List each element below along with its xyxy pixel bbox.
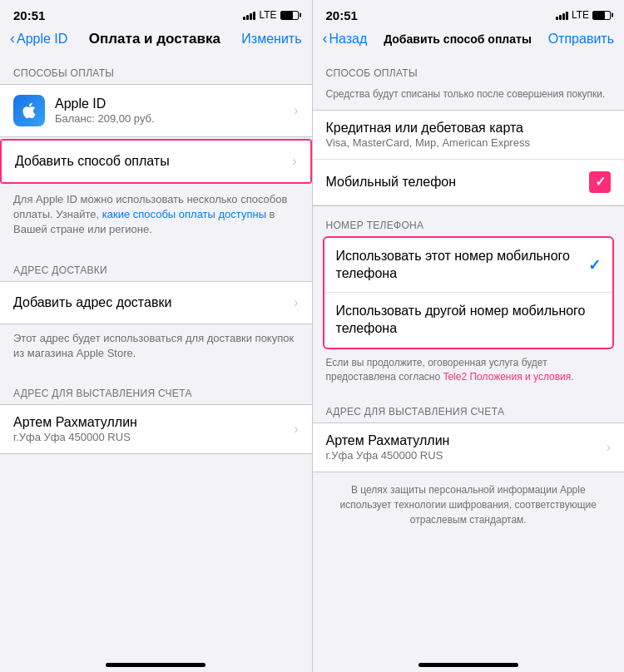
phone-option-2[interactable]: Использовать другой номер мобильного тел…	[324, 293, 613, 348]
nav-action-left[interactable]: Изменить	[241, 32, 301, 47]
status-bar-right: 20:51 LTE	[313, 0, 625, 27]
apple-logo	[20, 101, 38, 120]
delivery-section-header: АДРЕС ДОСТАВКИ	[0, 251, 312, 281]
credit-card-subtitle: Visa, MasterCard, Мир, American Express	[326, 136, 612, 149]
apple-id-icon	[13, 95, 45, 126]
status-bar-left: 20:51 LTE	[0, 0, 312, 27]
signal-label-left: LTE	[259, 9, 276, 21]
billing-section-header-left: АДРЕС ДЛЯ ВЫСТАВЛЕНИЯ СЧЕТА	[0, 374, 312, 404]
left-screen: 20:51 LTE ‹ Apple ID Оплата и доставка И…	[0, 0, 312, 672]
apple-id-chevron-icon: ›	[294, 103, 298, 118]
battery-left	[280, 11, 299, 20]
add-payment-label: Добавить способ оплаты	[15, 154, 292, 169]
phone-option-2-text: Использовать другой номер мобильного тел…	[336, 303, 602, 338]
status-icons-right: LTE	[556, 9, 611, 21]
apple-id-name: Apple ID	[55, 96, 294, 111]
apple-id-item[interactable]: Apple ID Баланс: 209,00 руб. ›	[0, 85, 312, 136]
payment-section-note: Средства будут списаны только после сове…	[313, 84, 625, 110]
mobile-phone-item[interactable]: Мобильный телефон	[313, 160, 625, 205]
delivery-note: Этот адрес будет использоваться для дост…	[0, 324, 312, 374]
credit-card-content: Кредитная или дебетовая карта Visa, Mast…	[326, 121, 612, 149]
billing-list-group-right: Артем Рахматуллин г.Уфа Уфа 450000 RUS ›	[313, 422, 625, 472]
billing-content-left: Артем Рахматуллин г.Уфа Уфа 450000 RUS	[13, 415, 294, 443]
phone-option-1-text: Использовать этот номер мобильного телеф…	[336, 248, 589, 283]
delivery-list-group: Добавить адрес доставки ›	[0, 281, 312, 324]
battery-right	[592, 11, 611, 20]
status-icons-left: LTE	[243, 9, 298, 21]
billing-section-header-right: АДРЕС ДЛЯ ВЫСТАВЛЕНИЯ СЧЕТА	[313, 393, 625, 422]
billing-address-left: г.Уфа Уфа 450000 RUS	[13, 431, 294, 443]
signal-bars-left	[243, 10, 255, 20]
tele2-text-end: .	[571, 371, 573, 383]
signal-label-right: LTE	[572, 9, 589, 21]
left-screen-content: СПОСОБЫ ОПЛАТЫ Apple ID Баланс: 209,00 р…	[0, 54, 312, 649]
back-button-left[interactable]: ‹ Apple ID	[10, 30, 67, 47]
tele2-link[interactable]: Tele2 Положения и условия	[443, 371, 571, 383]
back-label-right[interactable]: Назад	[329, 32, 368, 47]
back-button-right[interactable]: ‹ Назад	[323, 30, 368, 47]
add-delivery-item[interactable]: Добавить адрес доставки ›	[0, 282, 312, 324]
security-note: В целях защиты персональной информации A…	[313, 472, 625, 537]
add-payment-content: Добавить способ оплаты	[15, 154, 292, 169]
mobile-checkbox[interactable]	[589, 171, 611, 193]
nav-action-right[interactable]: Отправить	[548, 32, 614, 47]
home-indicator-right	[313, 649, 625, 672]
billing-list-group-left: Артем Рахматуллин г.Уфа Уфа 450000 RUS ›	[0, 404, 312, 454]
payment-info-text: Для Apple ID можно использовать нескольк…	[0, 185, 312, 251]
phone-option-1[interactable]: Использовать этот номер мобильного телеф…	[324, 238, 613, 294]
billing-content-right: Артем Рахматуллин г.Уфа Уфа 450000 RUS	[326, 433, 607, 462]
billing-address-right: г.Уфа Уфа 450000 RUS	[326, 449, 607, 462]
billing-chevron-icon-right: ›	[607, 440, 611, 455]
payment-list-group: Apple ID Баланс: 209,00 руб. ›	[0, 84, 312, 137]
apple-id-content: Apple ID Баланс: 209,00 руб.	[55, 96, 294, 125]
time-right: 20:51	[326, 8, 358, 22]
chevron-left-icon: ‹	[10, 30, 15, 47]
right-screen-content: СПОСОБ ОПЛАТЫ Средства будут списаны тол…	[313, 54, 625, 649]
time-left: 20:51	[13, 8, 45, 22]
add-delivery-label: Добавить адрес доставки	[13, 295, 294, 310]
phone-options-group: Использовать этот номер мобильного телеф…	[323, 236, 615, 349]
add-payment-group: Добавить способ оплаты ›	[0, 139, 312, 184]
payment-options-group: Кредитная или дебетовая карта Visa, Mast…	[313, 110, 625, 206]
credit-card-title: Кредитная или дебетовая карта	[326, 121, 612, 136]
nav-bar-right: ‹ Назад Добавить способ оплаты Отправить	[313, 27, 625, 54]
billing-name-right: Артем Рахматуллин	[326, 433, 607, 448]
apple-id-balance: Баланс: 209,00 руб.	[55, 112, 294, 125]
tele2-note: Если вы продолжите, оговоренная услуга б…	[313, 349, 625, 393]
right-screen: 20:51 LTE ‹ Назад Добавить способ оплаты…	[313, 0, 625, 672]
mobile-phone-label: Мобильный телефон	[326, 175, 590, 190]
billing-item-left[interactable]: Артем Рахматуллин г.Уфа Уфа 450000 RUS ›	[0, 405, 312, 453]
add-delivery-content: Добавить адрес доставки	[13, 295, 294, 310]
signal-bars-right	[556, 10, 568, 20]
info-link[interactable]: какие способы оплаты доступны	[102, 208, 266, 220]
home-bar-right	[418, 663, 518, 667]
phone-section-header: НОМЕР ТЕЛЕФОНА	[313, 206, 625, 236]
home-bar-left	[106, 663, 206, 667]
nav-bar-left: ‹ Apple ID Оплата и доставка Изменить	[0, 27, 312, 54]
add-payment-chevron-icon: ›	[292, 154, 296, 169]
credit-card-item[interactable]: Кредитная или дебетовая карта Visa, Mast…	[313, 111, 625, 160]
home-indicator-left	[0, 649, 312, 672]
nav-title-right: Добавить способ оплаты	[367, 32, 547, 46]
add-payment-wrapper: Добавить способ оплаты ›	[0, 139, 312, 184]
chevron-right-icon: ‹	[323, 30, 328, 47]
back-label-left[interactable]: Apple ID	[17, 32, 67, 47]
billing-item-right[interactable]: Артем Рахматуллин г.Уфа Уфа 450000 RUS ›	[313, 423, 625, 472]
add-payment-item[interactable]: Добавить способ оплаты ›	[2, 141, 310, 182]
billing-name-left: Артем Рахматуллин	[13, 415, 294, 430]
nav-title-left: Оплата и доставка	[67, 31, 241, 47]
delivery-chevron-icon: ›	[294, 295, 298, 310]
billing-chevron-icon-left: ›	[294, 422, 298, 437]
phone-option-1-checkmark: ✓	[588, 256, 601, 274]
payment-section-header-left: СПОСОБЫ ОПЛАТЫ	[0, 54, 312, 84]
payment-section-header-right: СПОСОБ ОПЛАТЫ	[313, 54, 625, 84]
